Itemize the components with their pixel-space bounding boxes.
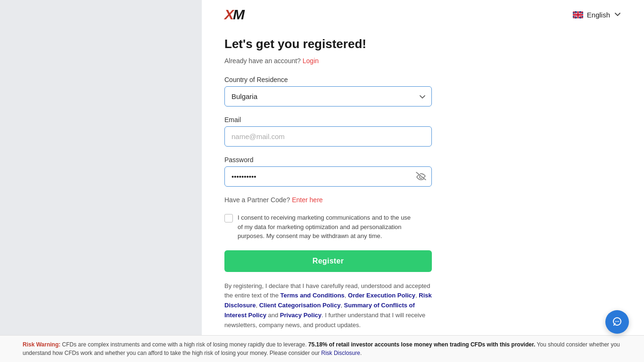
country-select[interactable]: Bulgaria United Kingdom Germany France S… (224, 86, 432, 107)
xm-logo: XM (224, 8, 244, 22)
chat-icon (611, 316, 623, 328)
register-button[interactable]: Register (224, 250, 432, 272)
svg-point-11 (617, 321, 618, 322)
password-wrapper (224, 166, 432, 187)
chevron-down-icon (614, 11, 621, 18)
country-label: Country of Residence (224, 76, 415, 83)
partner-code-line: Have a Partner Code? Enter here (224, 196, 415, 204)
password-label: Password (224, 156, 415, 164)
risk-warning-bar: Risk Warning: CFDs are complex instrumen… (0, 335, 644, 362)
svg-point-10 (615, 321, 616, 322)
page-title: Let's get you registered! (224, 37, 415, 51)
consent-text: I consent to receiving marketing communi… (238, 213, 415, 241)
logo-x: X (224, 8, 233, 22)
risk-warning-text: CFDs are complex instruments and come wi… (62, 341, 307, 348)
country-group: Country of Residence Bulgaria United Kin… (224, 76, 415, 107)
login-link[interactable]: Login (303, 57, 319, 65)
email-group: Email (224, 116, 415, 147)
consent-checkbox[interactable] (224, 214, 233, 222)
logo-m: M (233, 8, 244, 22)
password-toggle-button[interactable] (416, 172, 426, 181)
password-group: Password (224, 156, 415, 187)
terms-conditions-link[interactable]: Terms and Conditions (281, 292, 345, 299)
flag-icon (573, 11, 583, 18)
left-panel (0, 0, 202, 362)
country-select-wrapper: Bulgaria United Kingdom Germany France S… (224, 86, 432, 107)
disclaimer-text: By registering, I declare that I have ca… (224, 281, 432, 330)
privacy-policy-link[interactable]: Privacy Policy (280, 312, 322, 319)
eye-off-icon (416, 172, 426, 181)
login-prompt: Already have an account? Login (224, 57, 415, 65)
email-label: Email (224, 116, 415, 123)
risk-disclosure-link-bar[interactable]: Risk Disclosure (321, 350, 360, 356)
risk-highlight-text: 75.18% of retail investor accounts lose … (308, 341, 535, 348)
support-chat-button[interactable] (605, 310, 629, 334)
registration-form: Let's get you registered! Already have a… (202, 29, 438, 345)
header: XM (202, 0, 644, 29)
consent-row: I consent to receiving marketing communi… (224, 213, 415, 241)
client-categorisation-link[interactable]: Client Categorisation Policy (259, 302, 341, 309)
partner-code-link[interactable]: Enter here (292, 196, 322, 204)
email-field[interactable] (224, 126, 432, 147)
password-field[interactable] (224, 166, 432, 187)
right-panel: XM (202, 0, 644, 362)
svg-point-12 (618, 321, 619, 322)
language-label: English (587, 11, 610, 19)
risk-warning-label: Risk Warning: (23, 341, 60, 348)
language-selector[interactable]: English (573, 11, 621, 19)
order-execution-link[interactable]: Order Execution Policy (348, 292, 415, 299)
